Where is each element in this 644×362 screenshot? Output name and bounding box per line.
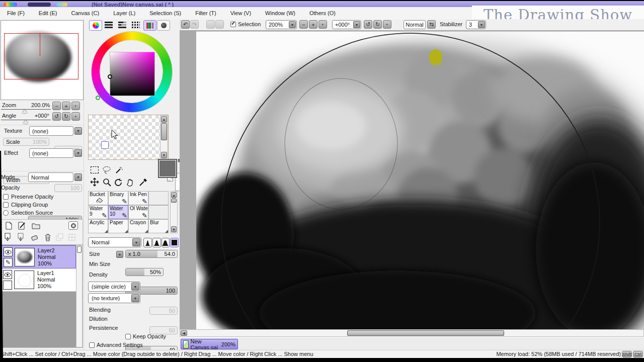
tip-soft-medium-icon[interactable] [152, 238, 161, 247]
brush-bucket[interactable]: Bucket [88, 191, 108, 205]
layer2-visibility-eye-icon[interactable] [4, 247, 13, 256]
brush-acrylic[interactable]: Acrylic [88, 219, 108, 233]
zoom-out-button[interactable]: − [299, 20, 308, 29]
menu-selection[interactable]: Selection (S) [142, 7, 188, 19]
color-wheel[interactable] [91, 31, 174, 112]
brush-blur[interactable]: Blur [148, 219, 169, 233]
layer1-paint-indicator[interactable] [3, 281, 12, 290]
effect-select[interactable]: (none) [29, 148, 73, 158]
layer2-paint-pencil-icon[interactable]: ✎ [4, 258, 13, 267]
rgb-slider-tab-icon[interactable] [103, 20, 115, 30]
foreground-color-swatch[interactable] [158, 159, 177, 178]
selection-undo-button[interactable] [206, 20, 215, 29]
new-layer-icon[interactable] [3, 221, 14, 231]
zoom-reset-button[interactable]: ▪ [318, 20, 327, 29]
transfer-down-icon[interactable] [3, 232, 14, 242]
zoom-tool-icon[interactable] [101, 177, 112, 187]
texture-dropdown-icon[interactable]: ▼ [74, 127, 82, 135]
canvas-viewport[interactable] [180, 30, 644, 329]
stabilizer-dropdown-icon[interactable]: ▼ [478, 21, 485, 28]
angle-dropdown-icon[interactable]: ▼ [353, 21, 360, 28]
hsv-slider-tab-icon[interactable] [116, 20, 128, 30]
brush-blend-dropdown-icon[interactable]: ▼ [132, 238, 140, 246]
size-unit-dropdown-icon[interactable]: ▼ [116, 251, 123, 258]
brush-ol-water[interactable]: Ol Water✎ [128, 205, 148, 219]
brush-scroll-down-icon[interactable]: ▼ [171, 226, 177, 232]
brush-paper[interactable]: Paper [108, 219, 128, 233]
angle-reset-button[interactable]: ▪ [383, 20, 391, 29]
lasso-tool-icon[interactable] [101, 165, 112, 175]
effect-dropdown-icon[interactable]: ▼ [74, 149, 82, 157]
paint-mode-button[interactable]: Normal [404, 20, 426, 29]
swatches-panel[interactable]: ▲ ▼ [88, 115, 169, 160]
nav-zoom-reset-button[interactable]: ▪ [71, 102, 80, 110]
layer-mode-select[interactable]: Normal [28, 172, 73, 182]
rotate-ccw-button[interactable]: ↺ [364, 20, 372, 29]
magic-wand-tool-icon[interactable] [113, 165, 124, 175]
redo-button[interactable]: ↷ [190, 20, 199, 29]
canvas-page[interactable] [196, 31, 644, 329]
sv-square[interactable] [110, 52, 155, 96]
menu-others[interactable]: Others (O) [302, 7, 343, 19]
zoom-in-button[interactable]: + [309, 20, 317, 29]
layer-row-layer1[interactable]: Layer1Normal100% [1, 268, 76, 292]
delete-layer-trash-icon[interactable] [42, 232, 53, 242]
mixer-slider-tab-icon[interactable] [130, 20, 142, 30]
selection-visibility-checkbox[interactable]: ✓ [230, 22, 236, 27]
brush-water-9[interactable]: Water9✎ [88, 205, 108, 219]
layer1-visibility-eye-icon[interactable] [3, 270, 12, 279]
rotate-view-tool-icon[interactable] [113, 177, 124, 187]
selected-swatch[interactable] [101, 141, 109, 149]
nav-angle-reset-button[interactable]: ▪ [71, 112, 80, 121]
brush-water-10-selected[interactable]: Water10✎ [108, 205, 128, 219]
brush-crayon[interactable]: Crayon [128, 219, 148, 233]
paint-effect-circle-icon[interactable] [68, 221, 78, 230]
selection-source-radio[interactable] [3, 210, 9, 216]
brush-empty-slot-2[interactable] [148, 205, 169, 219]
hscroll-left-icon[interactable]: ◀ [181, 330, 187, 336]
hscroll-thumb[interactable] [347, 330, 504, 336]
hue-marker[interactable] [96, 96, 100, 100]
layer-mode-dropdown-icon[interactable]: ▼ [74, 173, 82, 181]
canvas-hscrollbar[interactable]: ◀ [180, 329, 644, 337]
advanced-settings-checkbox[interactable] [89, 342, 95, 348]
color-wheel-tab-icon[interactable] [89, 20, 102, 31]
marquee-tool-icon[interactable] [89, 165, 100, 175]
eyedropper-tool-icon[interactable] [137, 177, 148, 187]
tip-soft-wide-icon[interactable] [162, 238, 170, 247]
brush-ink-pen[interactable]: Ink Pen✎ [128, 191, 148, 205]
angle-slider-thumb[interactable] [23, 120, 28, 124]
clear-layer-icon[interactable] [29, 232, 40, 242]
flatten-image-icon[interactable] [66, 232, 77, 242]
layers-scrollbar[interactable] [76, 245, 83, 347]
new-linework-layer-icon[interactable] [16, 221, 27, 231]
menu-edit[interactable]: Edit (E) [32, 7, 64, 19]
menu-filter[interactable]: Filter (T) [188, 7, 223, 19]
tip-soft-narrow-icon[interactable] [143, 238, 152, 247]
undo-button[interactable]: ↶ [181, 20, 190, 29]
zoom-dropdown-icon[interactable]: ▼ [289, 21, 296, 28]
swatches-scroll-down-icon[interactable]: ▼ [161, 152, 167, 158]
document-tab[interactable]: New Canvas.sai 200% [181, 339, 238, 349]
nav-zoom-out-button[interactable]: − [52, 102, 61, 110]
menu-layer[interactable]: Layer (L) [106, 7, 142, 19]
move-tool-icon[interactable] [89, 177, 100, 187]
size-slider[interactable]: x 1.054.0 [125, 250, 178, 258]
hand-tool-icon[interactable] [125, 177, 136, 187]
scratchpad-tab-icon[interactable] [157, 20, 170, 31]
keep-opacity-checkbox[interactable] [125, 334, 131, 339]
merge-down-icon[interactable] [16, 232, 27, 242]
brush-empty-slot-1[interactable] [148, 191, 169, 205]
min-size-slider[interactable]: 50% [125, 268, 164, 276]
preserve-opacity-checkbox[interactable] [3, 194, 9, 200]
menu-canvas[interactable]: Canvas (C) [64, 7, 107, 19]
zoom-slider-thumb[interactable] [22, 110, 27, 113]
swatches-scrollbar[interactable]: ▲ ▼ [160, 115, 168, 159]
swatches-tab-icon[interactable] [143, 20, 156, 31]
new-folder-icon[interactable] [30, 221, 41, 231]
menu-view[interactable]: View (V) [223, 7, 258, 19]
menu-window[interactable]: Window (W) [258, 7, 302, 19]
navigator-viewport-rect[interactable] [4, 33, 78, 79]
brush-binary[interactable]: Binary✎ [108, 191, 128, 205]
menu-file[interactable]: File (F) [0, 7, 32, 19]
